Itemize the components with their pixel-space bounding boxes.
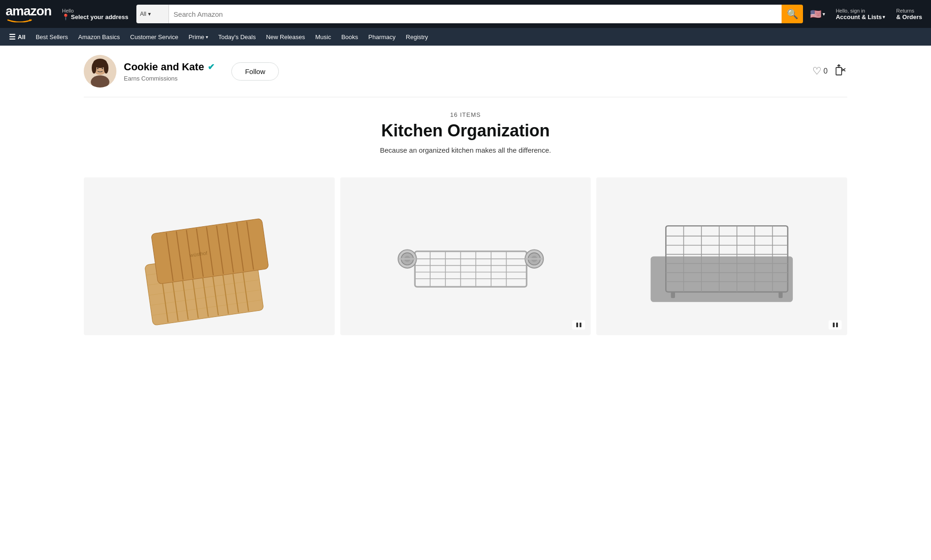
svg-rect-73 xyxy=(779,292,783,298)
chevron-down-icon: ▾ xyxy=(823,11,825,17)
address-select-label: 📍 Select your address xyxy=(62,13,128,20)
product-card-2[interactable] xyxy=(340,177,591,335)
avatar xyxy=(84,55,116,88)
navbar-item-books[interactable]: Books xyxy=(336,28,363,46)
items-count: 16 ITEMS xyxy=(9,111,922,118)
navbar: ☰ All Best Sellers Amazon Basics Custome… xyxy=(0,28,931,46)
chevron-down-icon: ▾ xyxy=(148,11,151,17)
navbar-item-registry[interactable]: Registry xyxy=(401,28,433,46)
account-menu[interactable]: Hello, sign in Account & Lists ▾ xyxy=(832,6,888,23)
verified-icon: ✔ xyxy=(208,62,215,72)
account-hello: Hello, sign in xyxy=(836,8,885,13)
flag-icon: 🇺🇸 xyxy=(810,8,822,20)
navbar-item-music[interactable]: Music xyxy=(310,28,336,46)
navbar-item-prime[interactable]: Prime ▾ xyxy=(183,28,213,46)
profile-name: Cookie and Kate ✔ xyxy=(124,61,215,73)
address-selector[interactable]: Hello 📍 Select your address xyxy=(59,6,132,23)
profile-actions: ♡ 0 xyxy=(812,64,847,79)
chevron-down-icon: ▾ xyxy=(206,34,208,40)
logo-text: amazon xyxy=(6,5,51,18)
svg-point-8 xyxy=(102,68,103,69)
navbar-item-all[interactable]: ☰ All xyxy=(4,28,31,46)
navbar-item-newreleases[interactable]: New Releases xyxy=(261,28,310,46)
product-image-3 xyxy=(609,185,835,327)
navbar-item-pharmacy[interactable]: Pharmacy xyxy=(363,28,401,46)
search-bar: All ▾ 🔍 xyxy=(136,5,803,23)
address-hello: Hello xyxy=(62,8,128,13)
profile-subtitle: Earns Commissions xyxy=(124,75,215,82)
product-grid: wüsthof xyxy=(0,163,931,354)
svg-point-7 xyxy=(97,68,99,69)
pause-bar xyxy=(576,323,578,327)
product-card-1[interactable]: wüsthof xyxy=(84,177,335,335)
returns-main-label: & Orders xyxy=(896,13,922,20)
navbar-item-amazonbasics[interactable]: Amazon Basics xyxy=(73,28,125,46)
search-category-dropdown[interactable]: All ▾ xyxy=(136,5,169,23)
pause-bar xyxy=(836,323,838,327)
product-image-1: wüsthof xyxy=(96,185,322,327)
collection-title: Kitchen Organization xyxy=(9,121,922,141)
follow-button[interactable]: Follow xyxy=(231,62,278,81)
share-icon xyxy=(835,64,847,76)
pause-bar xyxy=(833,323,835,327)
main-content: Cookie and Kate ✔ Earns Commissions Foll… xyxy=(0,46,931,354)
location-icon: 📍 xyxy=(62,13,69,20)
svg-rect-72 xyxy=(671,292,675,298)
product-image-2 xyxy=(353,185,579,327)
search-input[interactable] xyxy=(169,5,782,23)
collection-info: 16 ITEMS Kitchen Organization Because an… xyxy=(0,97,931,163)
navbar-item-todaysdeals[interactable]: Today's Deals xyxy=(213,28,261,46)
svg-point-5 xyxy=(92,62,96,74)
svg-point-6 xyxy=(104,62,108,74)
chevron-down-icon: ▾ xyxy=(883,14,885,20)
returns-top-label: Returns xyxy=(896,8,922,13)
logo-smile xyxy=(6,17,34,24)
pause-bar xyxy=(580,323,581,327)
pause-button-2[interactable] xyxy=(572,320,585,330)
svg-rect-9 xyxy=(836,67,842,75)
returns-orders[interactable]: Returns & Orders xyxy=(893,6,925,23)
header: amazon Hello 📍 Select your address All ▾… xyxy=(0,0,931,28)
navbar-item-customerservice[interactable]: Customer Service xyxy=(125,28,183,46)
heart-count: 0 xyxy=(823,67,828,75)
avatar-image xyxy=(84,55,116,88)
navbar-item-bestsellers[interactable]: Best Sellers xyxy=(31,28,73,46)
collection-description: Because an organized kitchen makes all t… xyxy=(9,146,922,154)
search-icon: 🔍 xyxy=(787,8,798,20)
svg-rect-39 xyxy=(415,251,526,287)
profile-info: Cookie and Kate ✔ Earns Commissions xyxy=(124,61,215,82)
language-selector[interactable]: 🇺🇸 ▾ xyxy=(808,6,828,22)
pause-button-3[interactable] xyxy=(829,320,842,330)
amazon-logo[interactable]: amazon xyxy=(6,5,51,24)
heart-count-section[interactable]: ♡ 0 xyxy=(812,65,828,77)
heart-icon: ♡ xyxy=(812,65,822,77)
account-main-label: Account & Lists ▾ xyxy=(836,13,885,20)
share-button[interactable] xyxy=(835,64,847,79)
profile-section: Cookie and Kate ✔ Earns Commissions Foll… xyxy=(0,46,931,97)
search-button[interactable]: 🔍 xyxy=(782,5,803,23)
product-card-3[interactable] xyxy=(596,177,847,335)
svg-marker-0 xyxy=(29,19,32,21)
hamburger-icon: ☰ xyxy=(9,33,15,41)
